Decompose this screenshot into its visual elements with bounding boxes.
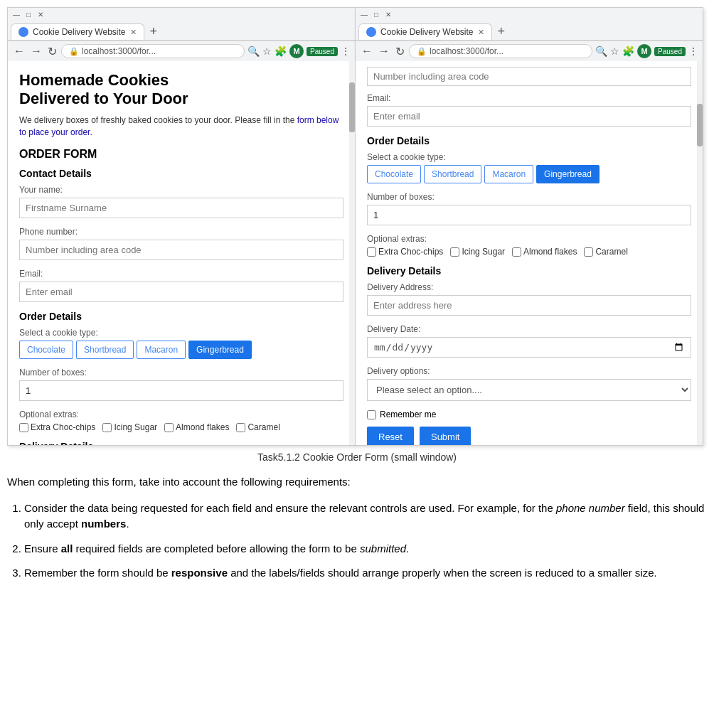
left-tab-close[interactable]: ✕: [130, 28, 137, 37]
right-tab-close[interactable]: ✕: [478, 28, 484, 37]
left-scrollbar-thumb[interactable]: [349, 82, 355, 132]
right-cookie-btn-chocolate[interactable]: Chocolate: [367, 165, 421, 183]
left-icingsugar-checkbox[interactable]: [102, 423, 112, 432]
right-extras-row: Extra Choc-chips Icing Sugar Almond flak…: [367, 247, 691, 257]
right-profile-btn[interactable]: M: [637, 44, 651, 58]
left-boxes-input[interactable]: [19, 380, 343, 401]
right-cookie-btn-macaron[interactable]: Macaron: [484, 165, 533, 183]
right-minimize-icon[interactable]: □: [372, 10, 380, 18]
right-forward-btn[interactable]: →: [377, 45, 391, 58]
right-search-icon[interactable]: 🔍: [595, 46, 607, 57]
right-cookie-type-label: Select a cookie type:: [367, 152, 691, 162]
right-remember-checkbox[interactable]: [367, 410, 376, 419]
right-extension-icon[interactable]: 🧩: [622, 46, 634, 57]
left-name-label: Your name:: [19, 185, 343, 195]
left-new-tab-btn[interactable]: +: [146, 24, 162, 39]
right-chocchips-checkbox[interactable]: [367, 247, 376, 257]
left-extra-chocchips[interactable]: Extra Choc-chips: [19, 422, 95, 432]
right-address-input[interactable]: [367, 295, 691, 316]
left-toolbar: ← → ↻ 🔒 localhost:3000/for... 🔍 ☆ 🧩 M Pa…: [8, 41, 355, 61]
right-submit-btn[interactable]: Submit: [420, 427, 471, 445]
right-menu-icon[interactable]: ⋮: [688, 46, 698, 57]
right-active-tab[interactable]: Cookie Delivery Website ✕: [358, 23, 492, 40]
heading-line2: Delivered to Your Door: [19, 90, 188, 107]
right-icingsugar-checkbox[interactable]: [450, 247, 459, 257]
left-extras-label: Optional extras:: [19, 410, 343, 419]
left-back-btn[interactable]: ←: [12, 45, 26, 58]
right-cookie-btn-gingerbread[interactable]: Gingerbread: [536, 165, 600, 183]
left-extension-icon[interactable]: 🧩: [275, 46, 287, 57]
right-extra-caramel[interactable]: Caramel: [584, 247, 627, 257]
left-email-input[interactable]: [19, 282, 343, 302]
right-star-icon[interactable]: ☆: [610, 46, 619, 57]
left-menu-icon[interactable]: ⋮: [341, 46, 351, 57]
right-address-label: Delivery Address:: [367, 282, 691, 292]
right-phone-input-partial[interactable]: [367, 67, 691, 86]
left-tab-favicon: [18, 27, 28, 37]
right-scrollbar-track[interactable]: [697, 61, 703, 445]
right-almondflakes-checkbox[interactable]: [512, 247, 521, 257]
left-caramel-checkbox[interactable]: [236, 423, 245, 432]
right-new-tab-btn[interactable]: +: [494, 24, 510, 39]
left-phone-input[interactable]: [19, 240, 343, 260]
right-paused-badge: Paused: [654, 47, 686, 56]
right-email-group: Email:: [367, 93, 691, 127]
instruction-1-bold: numbers: [81, 518, 126, 530]
left-reload-btn[interactable]: ↻: [46, 45, 58, 58]
left-search-icon[interactable]: 🔍: [247, 46, 260, 57]
right-delivery-select[interactable]: Please select an option.... Standard Del…: [367, 379, 691, 401]
right-back-btn[interactable]: ←: [360, 45, 374, 58]
right-email-input[interactable]: [367, 106, 691, 127]
left-profile-btn[interactable]: M: [289, 44, 304, 58]
right-boxes-label: Number of boxes:: [367, 192, 691, 202]
left-cookie-btn-gingerbread[interactable]: Gingerbread: [188, 341, 252, 359]
right-date-input[interactable]: [367, 337, 691, 358]
desc-highlight: form below to place your order.: [19, 115, 339, 137]
left-cookie-btn-chocolate[interactable]: Chocolate: [19, 341, 73, 359]
left-maximize-icon[interactable]: ✕: [36, 10, 45, 18]
right-remember-row: Remember me: [367, 410, 691, 419]
left-lock-icon: 🔒: [69, 47, 79, 56]
left-address-text: localhost:3000/for...: [82, 46, 156, 56]
right-scrollbar-thumb[interactable]: [697, 104, 703, 146]
left-email-label: Email:: [19, 269, 343, 279]
left-browser-window: — □ ✕ Cookie Delivery Website ✕ + ← → ↻ …: [7, 7, 356, 446]
left-chocchips-checkbox[interactable]: [19, 423, 28, 432]
right-reload-btn[interactable]: ↻: [394, 45, 406, 58]
left-extras-row: Extra Choc-chips Icing Sugar Almond flak…: [19, 422, 343, 432]
right-close-icon[interactable]: —: [360, 10, 368, 18]
right-extra-almondflakes[interactable]: Almond flakes: [512, 247, 577, 257]
right-boxes-input[interactable]: [367, 205, 691, 225]
left-almondflakes-checkbox[interactable]: [164, 423, 174, 432]
left-minimize-icon[interactable]: □: [24, 10, 33, 18]
right-extras-label: Optional extras:: [367, 234, 691, 244]
left-extra-caramel[interactable]: Caramel: [236, 422, 279, 432]
left-extra-icingsugar[interactable]: Icing Sugar: [102, 422, 157, 432]
right-caramel-checkbox[interactable]: [584, 247, 593, 257]
left-forward-btn[interactable]: →: [29, 45, 43, 58]
right-extra-chocchips[interactable]: Extra Choc-chips: [367, 247, 443, 257]
left-paused-badge: Paused: [307, 47, 338, 56]
right-maximize-icon[interactable]: ✕: [384, 10, 393, 18]
right-extra-icingsugar[interactable]: Icing Sugar: [450, 247, 505, 257]
left-order-section: Order Details: [19, 311, 343, 322]
left-extra-almondflakes[interactable]: Almond flakes: [164, 422, 229, 432]
left-boxes-label: Number of boxes:: [19, 368, 343, 378]
right-email-label: Email:: [367, 93, 691, 103]
left-close-icon[interactable]: —: [12, 10, 21, 18]
left-address-bar[interactable]: 🔒 localhost:3000/for...: [61, 44, 245, 58]
left-cookie-btn-macaron[interactable]: Macaron: [137, 341, 186, 359]
right-cookie-btn-shortbread[interactable]: Shortbread: [424, 165, 481, 183]
right-reset-btn[interactable]: Reset: [367, 427, 414, 445]
left-name-input[interactable]: [19, 198, 343, 218]
left-active-tab[interactable]: Cookie Delivery Website ✕: [11, 23, 144, 40]
right-toolbar-icons: 🔍 ☆ 🧩 M Paused ⋮: [595, 44, 698, 58]
left-scrollbar-track[interactable]: [349, 61, 355, 445]
instruction-2-bold: all: [61, 542, 73, 555]
left-cookie-btn-shortbread[interactable]: Shortbread: [76, 341, 134, 359]
right-address-bar[interactable]: 🔒 localhost:3000/for...: [409, 44, 592, 58]
instruction-3-bold: responsive: [171, 567, 228, 579]
right-tabs: Cookie Delivery Website ✕ +: [356, 21, 703, 41]
right-action-buttons: Reset Submit: [367, 427, 691, 445]
left-star-icon[interactable]: ☆: [262, 46, 272, 57]
